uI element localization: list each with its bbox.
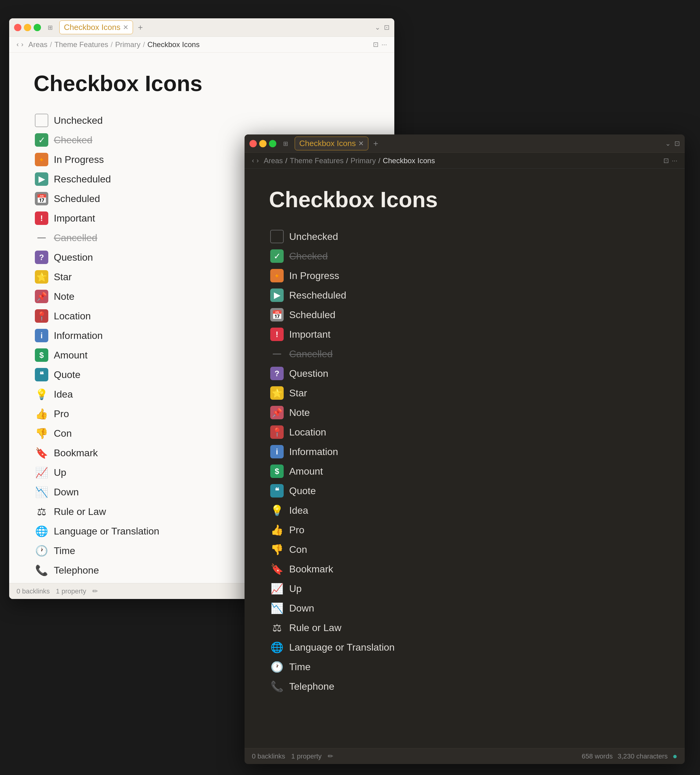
more-icon-dark[interactable]: ··· [672,157,677,165]
cancelled-icon [270,347,284,361]
list-item: ⭐Star [269,384,660,402]
breadcrumb-items-light: Areas / Theme Features / Primary / Check… [28,40,200,49]
minimize-button-light[interactable] [24,24,31,31]
note-icon: 📌 [270,406,284,419]
breadcrumb-actions-dark: ⊡ ··· [663,157,677,165]
item-label: Up [289,583,302,594]
time-icon: 🕐 [35,544,48,557]
backlinks-light: 0 backlinks [17,587,50,595]
tab-add-dark[interactable]: + [371,139,380,148]
item-label: Checked [289,251,328,262]
traffic-lights-light [14,24,41,31]
telephone-icon: 📞 [270,680,284,693]
item-label: In Progress [54,154,104,165]
item-label: Note [289,407,310,418]
telephone-icon: 📞 [35,564,48,577]
item-label: Up [54,467,66,478]
pro-icon: 👍 [270,523,284,537]
rule-or-law-icon: ⚖ [35,505,48,518]
words-dark: 658 words [582,752,613,760]
information-icon: i [270,445,284,458]
content-dark: Checkbox Icons Unchecked✓Checked🔸In Prog… [245,169,685,748]
important-icon: ! [270,328,284,341]
item-label: Scheduled [289,309,335,321]
unchecked-icon [270,230,284,243]
share-icon-light[interactable]: ⊡ [373,41,378,48]
item-label: Cancelled [289,348,333,360]
breadcrumb-items-dark: Areas / Theme Features / Primary / Check… [264,156,435,165]
list-item: Unchecked [33,111,370,130]
language-or-translation-icon: 🌐 [270,640,284,654]
titlebar-light: ⊞ Checkbox Icons ✕ + ⌄ ⊡ [9,18,394,37]
tab-close-dark[interactable]: ✕ [358,140,364,148]
note-icon: 📌 [35,290,48,303]
statusbar-right-dark: 658 words 3,230 characters ● [582,752,677,761]
item-label: Idea [289,505,308,516]
cancelled-icon [35,231,48,244]
maximize-button-light[interactable] [33,24,41,31]
property-light: 1 property [56,587,86,595]
checkbox-list-dark: Unchecked✓Checked🔸In Progress▶Reschedule… [269,227,660,695]
item-label: Cancelled [54,232,97,244]
layout-icon-dark: ⊡ [674,140,680,148]
edit-icon-light: ✏ [92,587,98,595]
forward-arrow-dark[interactable]: › [257,157,258,165]
star-icon: ⭐ [270,386,284,400]
breadcrumb-current-light: Checkbox Icons [147,40,200,49]
sidebar-toggle-light[interactable]: ⊞ [45,22,56,33]
list-item: 🌐Language or Translation [269,638,660,657]
item-label: Note [54,291,75,302]
titlebar-right-dark: ⌄ ⊡ [665,140,680,148]
item-label: Amount [54,349,87,361]
breadcrumb-bar-dark: ‹ › Areas / Theme Features / Primary / C… [245,153,685,169]
back-arrow-dark[interactable]: ‹ [252,157,254,165]
item-label: Telephone [289,681,334,692]
item-label: Location [54,311,91,322]
share-icon-dark[interactable]: ⊡ [663,157,669,165]
list-item: ?Question [269,364,660,383]
minimize-button-dark[interactable] [259,140,267,147]
item-label: Con [289,544,307,555]
back-arrow-light[interactable]: ‹ [17,41,18,48]
item-label: Language or Translation [54,526,159,537]
backlinks-dark: 0 backlinks [252,752,285,760]
breadcrumb-theme-features-dark[interactable]: Theme Features [290,156,343,165]
maximize-button-dark[interactable] [269,140,276,147]
question-icon: ? [35,251,48,264]
breadcrumb-primary-light[interactable]: Primary [115,40,141,49]
location-icon: 📍 [35,309,48,323]
item-label: Unchecked [289,231,338,242]
item-label: Down [289,603,314,614]
breadcrumb-areas-light[interactable]: Areas [28,40,48,49]
breadcrumb-areas-dark[interactable]: Areas [264,156,283,165]
breadcrumb-bar-light: ‹ › Areas / Theme Features / Primary / C… [9,37,394,53]
list-item: 💡Idea [269,501,660,519]
item-label: Telephone [54,565,99,576]
chevron-down-icon-light: ⌄ [375,23,380,32]
item-label: Important [54,213,95,224]
rescheduled-icon: ▶ [270,288,284,302]
time-icon: 🕐 [270,660,284,674]
scheduled-icon: 📅 [270,308,284,321]
item-label: Question [289,368,328,379]
close-button-dark[interactable] [250,140,257,147]
close-button-light[interactable] [14,24,22,31]
breadcrumb-theme-features-light[interactable]: Theme Features [54,40,108,49]
tab-container-dark: Checkbox Icons ✕ + [295,136,662,150]
more-icon-light[interactable]: ··· [382,41,387,48]
breadcrumb-primary-dark[interactable]: Primary [351,156,376,165]
tab-checkbox-icons-dark[interactable]: Checkbox Icons ✕ [295,136,368,150]
idea-icon: 💡 [35,388,48,401]
page-title-dark: Checkbox Icons [269,187,660,212]
tab-close-light[interactable]: ✕ [123,23,128,32]
layout-icon-light: ⊡ [384,23,390,32]
forward-arrow-light[interactable]: › [21,41,23,48]
sidebar-toggle-dark[interactable]: ⊞ [280,138,291,149]
list-item: 📍Location [269,423,660,441]
statusbar-dark: 0 backlinks 1 property ✏ 658 words 3,230… [245,748,685,764]
tab-checkbox-icons-light[interactable]: Checkbox Icons ✕ [59,20,133,34]
location-icon: 📍 [270,426,284,439]
item-label: Rule or Law [289,622,342,634]
breadcrumb-current-dark: Checkbox Icons [383,156,435,165]
tab-add-light[interactable]: + [135,23,145,32]
